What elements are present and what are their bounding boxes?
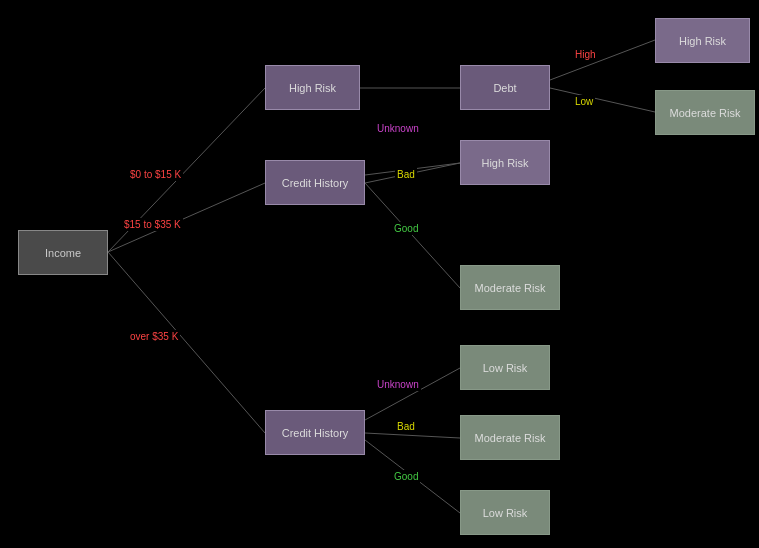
moderate-risk-bot-label: Moderate Risk [475, 432, 546, 444]
income-node: Income [18, 230, 108, 275]
edge-label-income-credit-mid: $15 to $35 K [122, 218, 183, 231]
credit-history-mid-label: Credit History [282, 177, 349, 189]
edge-label-income-high: $0 to $15 K [128, 168, 183, 181]
high-risk-mid-label: High Risk [481, 157, 528, 169]
debt-label: Debt [493, 82, 516, 94]
credit-history-mid-node: Credit History [265, 160, 365, 205]
edge-label-credit-bot-good: Good [392, 470, 420, 483]
low-risk-bot-label: Low Risk [483, 507, 528, 519]
high-risk-final-node: High Risk [655, 18, 750, 63]
edge-label-credit-bot-unknown: Unknown [375, 378, 421, 391]
high-risk-top-node: High Risk [265, 65, 360, 110]
svg-line-10 [365, 433, 460, 438]
high-risk-mid-node: High Risk [460, 140, 550, 185]
edge-label-credit-mid-bad: Bad [395, 168, 417, 181]
moderate-risk-final-label: Moderate Risk [670, 107, 741, 119]
edge-label-income-credit-bot: over $35 K [128, 330, 180, 343]
edge-label-debt-high: High [573, 48, 598, 61]
high-risk-final-label: High Risk [679, 35, 726, 47]
moderate-risk-mid-node: Moderate Risk [460, 265, 560, 310]
debt-node: Debt [460, 65, 550, 110]
svg-line-7 [550, 40, 655, 80]
low-risk-top-node: Low Risk [460, 345, 550, 390]
income-label: Income [45, 247, 81, 259]
low-risk-top-label: Low Risk [483, 362, 528, 374]
edge-label-credit-mid-good: Good [392, 222, 420, 235]
credit-history-bot-label: Credit History [282, 427, 349, 439]
edge-label-debt-low: Low [573, 95, 595, 108]
svg-line-9 [365, 368, 460, 420]
edge-label-credit-bot-bad: Bad [395, 420, 417, 433]
edge-label-credit-mid-unknown: Unknown [375, 122, 421, 135]
moderate-risk-bot-node: Moderate Risk [460, 415, 560, 460]
high-risk-top-label: High Risk [289, 82, 336, 94]
moderate-risk-final-node: Moderate Risk [655, 90, 755, 135]
moderate-risk-mid-label: Moderate Risk [475, 282, 546, 294]
svg-line-6 [365, 183, 460, 288]
svg-line-8 [550, 88, 655, 112]
credit-history-bot-node: Credit History [265, 410, 365, 455]
low-risk-bot-node: Low Risk [460, 490, 550, 535]
